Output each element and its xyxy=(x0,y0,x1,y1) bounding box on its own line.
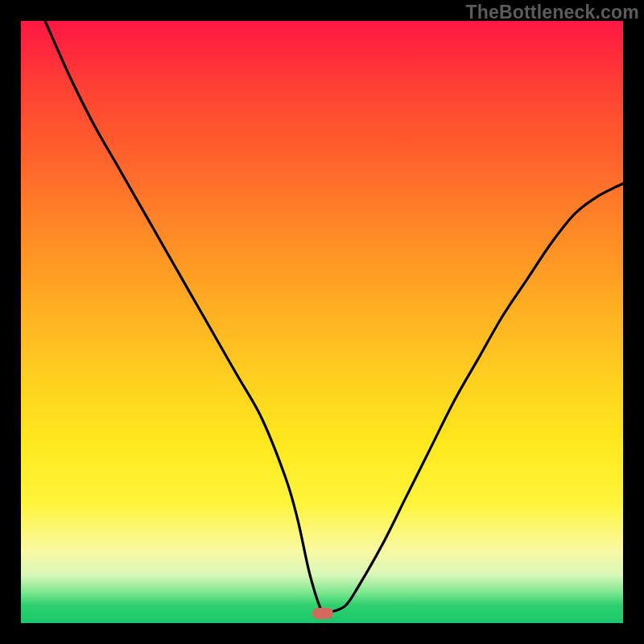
plot-area xyxy=(21,21,623,623)
watermark-text: TheBottleneck.com xyxy=(465,2,639,23)
bottleneck-marker xyxy=(312,608,333,619)
bottleneck-curve xyxy=(21,21,623,623)
chart-frame: TheBottleneck.com xyxy=(0,0,644,644)
